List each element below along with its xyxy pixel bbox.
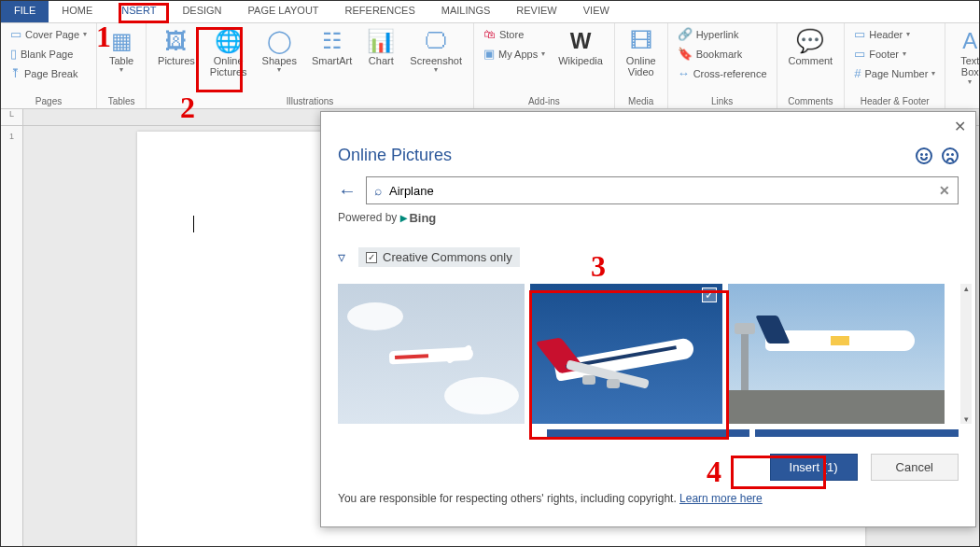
tab-design[interactable]: DESIGN bbox=[169, 1, 234, 22]
chart-label: Chart bbox=[369, 55, 394, 66]
wikipedia-label: Wikipedia bbox=[558, 55, 603, 66]
tab-references[interactable]: REFERENCES bbox=[332, 1, 428, 22]
results-scrollbar[interactable]: ▴▾ bbox=[960, 284, 972, 424]
vertical-ruler: 1 bbox=[1, 126, 23, 546]
wikipedia-button[interactable]: WWikipedia bbox=[553, 25, 609, 70]
chevron-down-icon: ▾ bbox=[906, 30, 910, 38]
store-button[interactable]: 🛍Store bbox=[480, 25, 549, 43]
online-pictures-label: Online Pictures bbox=[210, 55, 247, 77]
tab-review[interactable]: REVIEW bbox=[503, 1, 569, 22]
myapps-label: My Apps bbox=[498, 49, 538, 60]
comment-button[interactable]: 💬Comment bbox=[783, 25, 839, 70]
hyperlink-button[interactable]: 🔗Hyperlink bbox=[674, 25, 771, 43]
tab-view[interactable]: VIEW bbox=[570, 1, 623, 22]
wikipedia-icon: W bbox=[570, 29, 592, 53]
bookmark-label: Bookmark bbox=[696, 49, 743, 60]
page-break-label: Page Break bbox=[24, 68, 77, 79]
screenshot-button[interactable]: 🖵Screenshot▾ bbox=[404, 25, 468, 78]
cover-page-label: Cover Page bbox=[25, 29, 79, 40]
chevron-down-icon: ▾ bbox=[541, 49, 545, 58]
footer-button[interactable]: ▭Footer▾ bbox=[850, 45, 939, 63]
group-illustrations-label: Illustrations bbox=[152, 96, 468, 108]
shapes-button[interactable]: ◯Shapes▾ bbox=[257, 25, 302, 78]
menu-tabs: FILE HOME INSERT DESIGN PAGE LAYOUT REFE… bbox=[1, 1, 979, 23]
learn-more-link[interactable]: Learn more here bbox=[679, 492, 763, 505]
creative-commons-toggle[interactable]: ✓ Creative Commons only bbox=[358, 247, 520, 267]
apps-icon: ▣ bbox=[483, 47, 495, 61]
online-pictures-button[interactable]: 🌐Online Pictures bbox=[204, 25, 253, 82]
chevron-down-icon: ▾ bbox=[119, 66, 123, 75]
search-input[interactable] bbox=[389, 184, 931, 198]
search-results: ✓ ▴▾ bbox=[338, 284, 959, 424]
comment-label: Comment bbox=[789, 55, 833, 66]
chevron-down-icon: ▾ bbox=[903, 49, 906, 58]
shapes-icon: ◯ bbox=[267, 29, 292, 53]
tab-file[interactable]: FILE bbox=[1, 1, 49, 22]
chevron-down-icon: ▾ bbox=[434, 66, 438, 75]
chevron-down-icon: ▾ bbox=[83, 30, 87, 38]
tab-home[interactable]: HOME bbox=[49, 1, 105, 22]
smartart-icon: ☷ bbox=[322, 29, 343, 53]
group-text: AText Box▾ bbox=[945, 23, 980, 108]
back-button[interactable]: ← bbox=[338, 180, 357, 202]
legal-text: You are responsible for respecting other… bbox=[338, 492, 677, 505]
comment-icon: 💬 bbox=[796, 29, 824, 53]
result-thumbnail-3[interactable] bbox=[728, 284, 945, 424]
online-video-button[interactable]: 🎞Online Video bbox=[621, 25, 662, 82]
smartart-button[interactable]: ☷SmartArt bbox=[306, 25, 357, 70]
store-label: Store bbox=[499, 29, 524, 40]
filter-button[interactable]: ▿ bbox=[338, 248, 345, 266]
selection-indicator-bar bbox=[338, 429, 959, 437]
tab-pagelayout[interactable]: PAGE LAYOUT bbox=[235, 1, 332, 22]
group-media-label: Media bbox=[621, 96, 662, 108]
tab-mailings[interactable]: MAILINGS bbox=[428, 1, 504, 22]
insert-button[interactable]: Insert (1) bbox=[770, 454, 858, 481]
pictures-button[interactable]: 🖼Pictures bbox=[152, 25, 201, 70]
ruler-corner: L bbox=[1, 109, 23, 125]
group-tables-label: Tables bbox=[103, 96, 140, 108]
page-icon: ▭ bbox=[10, 27, 21, 41]
crossref-button[interactable]: ↔Cross-reference bbox=[674, 64, 771, 82]
dialog-title: Online Pictures bbox=[338, 146, 906, 165]
pagenumber-label: Page Number bbox=[864, 68, 928, 79]
page-break-button[interactable]: ⤒Page Break bbox=[7, 64, 91, 82]
chart-icon: 📊 bbox=[367, 29, 395, 53]
search-box: ⌕ ✕ bbox=[366, 176, 959, 204]
bookmark-button[interactable]: 🔖Bookmark bbox=[674, 45, 771, 63]
search-icon: ⌕ bbox=[374, 183, 382, 198]
crossref-icon: ↔ bbox=[678, 66, 690, 80]
feedback-frown-button[interactable] bbox=[942, 147, 959, 164]
creative-commons-label: Creative Commons only bbox=[383, 250, 512, 264]
hyperlink-label: Hyperlink bbox=[696, 29, 739, 40]
header-button[interactable]: ▭Header▾ bbox=[850, 25, 939, 43]
textbox-button[interactable]: AText Box▾ bbox=[951, 25, 980, 90]
powered-by-label: Powered by ▸Bing bbox=[338, 210, 959, 225]
cover-page-button[interactable]: ▭Cover Page▾ bbox=[7, 25, 91, 43]
video-icon: 🎞 bbox=[630, 29, 652, 53]
clear-search-button[interactable]: ✕ bbox=[939, 183, 950, 198]
header-label: Header bbox=[869, 29, 903, 40]
myapps-button[interactable]: ▣My Apps▾ bbox=[480, 45, 549, 63]
pagenumber-button[interactable]: #Page Number▾ bbox=[850, 64, 939, 82]
group-illustrations: 🖼Pictures 🌐Online Pictures ◯Shapes▾ ☷Sma… bbox=[147, 23, 474, 108]
bookmark-icon: 🔖 bbox=[678, 47, 693, 61]
chart-button[interactable]: 📊Chart bbox=[361, 25, 400, 70]
blank-page-button[interactable]: ▯Blank Page bbox=[7, 45, 91, 63]
cancel-button[interactable]: Cancel bbox=[871, 454, 959, 481]
checkbox-icon: ✓ bbox=[366, 252, 377, 263]
smartart-label: SmartArt bbox=[312, 55, 352, 66]
picture-icon: 🖼 bbox=[165, 29, 188, 53]
blank-page-icon: ▯ bbox=[10, 47, 17, 61]
tab-insert[interactable]: INSERT bbox=[105, 1, 169, 22]
chevron-down-icon: ▾ bbox=[968, 78, 972, 87]
group-tables: ▦Table▾ Tables bbox=[97, 23, 147, 108]
dialog-close-button[interactable]: ✕ bbox=[954, 118, 966, 135]
result-thumbnail-1[interactable] bbox=[338, 284, 525, 424]
result-thumbnail-2[interactable]: ✓ bbox=[530, 284, 722, 424]
textbox-label: Text Box bbox=[960, 55, 979, 77]
group-comments-label: Comments bbox=[783, 96, 839, 108]
table-button[interactable]: ▦Table▾ bbox=[103, 25, 140, 78]
group-links: 🔗Hyperlink 🔖Bookmark ↔Cross-reference Li… bbox=[668, 23, 777, 108]
header-icon: ▭ bbox=[854, 27, 865, 41]
feedback-smile-button[interactable] bbox=[916, 147, 932, 164]
